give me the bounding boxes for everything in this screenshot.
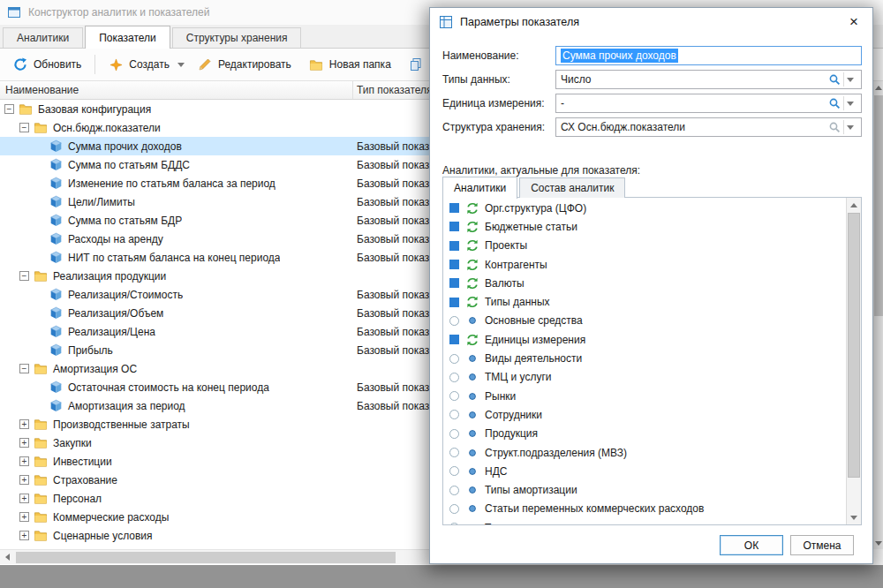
analytics-list-item[interactable]: Типы амортизации [443,480,846,499]
cancel-button[interactable]: Отмена [790,535,854,555]
window-title: Конструктор аналитик и показателей [28,6,209,19]
create-button[interactable]: Создать [101,52,177,77]
edit-button[interactable]: Редактировать [190,52,299,77]
dialog-title: Параметры показателя [460,16,579,28]
name-input-selected-text: Сумма прочих доходов [561,49,678,63]
chevron-down-icon[interactable] [843,96,857,110]
column-header-name[interactable]: Наименование [0,81,353,99]
vertical-scrollbar[interactable] [872,81,883,549]
analytics-list-item[interactable]: Бюджетные статьи [443,217,846,236]
tree-expander-icon[interactable]: + [19,419,29,429]
analytics-list-item[interactable]: Контрагенты [443,255,846,274]
dialog-tabstrip: АналитикиСостав аналитик [442,176,627,198]
tree-expander-icon[interactable]: + [19,531,29,540]
refresh-button[interactable]: Обновить [5,52,89,77]
chevron-down-icon[interactable] [843,72,857,87]
unit-lookup[interactable]: - [555,94,862,113]
unchecked-checkbox[interactable] [449,466,459,476]
create-dropdown-arrow[interactable] [174,52,188,77]
tree-expander-icon[interactable]: + [19,456,29,466]
dialog-tab-2[interactable]: Состав аналитик [519,177,625,198]
storage-lookup[interactable]: СХ Осн.бюдж.показатели [555,117,862,137]
analytics-list-item[interactable]: Виды деятельности [443,349,846,367]
unchecked-checkbox[interactable] [449,429,459,439]
data-types-value: Число [561,73,592,86]
tree-expander-icon[interactable]: + [19,438,29,448]
analytics-list-item[interactable]: Единицы измерения [443,330,846,349]
horizontal-scrollbar-thumb[interactable] [16,552,396,563]
analytics-list-item[interactable]: Валюты [443,274,846,292]
analytics-list-item[interactable]: Структ.подразделения (МВЗ) [443,443,846,462]
tree-item-label: Изменение по статьям баланса за период [68,177,275,190]
name-input[interactable]: Сумма прочих доходов [555,46,862,65]
unchecked-checkbox[interactable] [449,354,459,364]
tree-expander-icon[interactable]: − [19,271,29,281]
tree-item-label: Сумма прочих доходов [68,140,182,153]
analytics-list-item[interactable]: Типы данных [443,292,846,311]
analytics-list-item[interactable]: Продукция [443,425,846,443]
unchecked-checkbox[interactable] [449,486,459,495]
tree-expander-icon[interactable]: + [19,494,29,503]
tree-name-cell: Сумма прочих доходов [0,139,182,154]
analytics-list-item[interactable]: ТМЦ и услуги [443,368,846,387]
list-scroll-up-button[interactable] [847,198,861,212]
analytics-list-item[interactable]: Проекты [443,237,846,255]
checked-checkbox[interactable] [449,241,459,251]
unchecked-checkbox[interactable] [449,448,459,457]
unchecked-checkbox[interactable] [449,523,459,524]
search-icon[interactable] [828,97,841,109]
ok-button[interactable]: ОК [720,535,783,555]
analytics-list-item[interactable]: Сотрудники [443,405,846,424]
main-tab-1[interactable]: Аналитики [3,27,83,48]
tree-expander-icon[interactable]: − [19,364,29,373]
column-header-type[interactable]: Тип показателя [353,84,433,96]
analytics-item-label: ТМЦ и услуги [485,371,552,383]
analytics-list-item[interactable]: Статьи переменных коммерческих расходов [443,500,846,518]
scroll-down-button[interactable] [873,537,883,549]
dialog-tab-1[interactable]: Аналитики [442,177,517,199]
unchecked-checkbox[interactable] [449,504,459,514]
analytics-list-item[interactable]: НДС [443,462,846,480]
tree-item-label: Производственные затраты [53,418,190,431]
chevron-down-icon[interactable] [843,120,857,134]
checked-checkbox[interactable] [449,222,459,231]
unchecked-checkbox[interactable] [449,391,459,401]
scroll-up-button[interactable] [873,81,883,94]
vertical-scrollbar-thumb[interactable] [874,95,883,316]
analytics-list-item[interactable]: Основные средства [443,312,846,330]
list-scrollbar[interactable] [846,198,861,524]
unchecked-checkbox[interactable] [449,410,459,419]
tree-expander-icon[interactable]: + [19,512,29,522]
checked-checkbox[interactable] [449,278,459,288]
arrow-down-icon [875,541,882,546]
data-types-lookup[interactable]: Число [555,70,862,89]
list-scrollbar-thumb[interactable] [848,213,860,478]
tree-expander-icon[interactable]: − [19,123,29,132]
dimension-icon [465,258,479,271]
unchecked-checkbox[interactable] [449,373,459,382]
list-scroll-down-button[interactable] [847,510,861,524]
unit-field-label: Единица измерения: [442,97,555,109]
tree-expander-icon[interactable]: + [19,475,29,485]
unchecked-checkbox[interactable] [449,316,459,326]
close-icon[interactable]: × [844,12,864,32]
dimension-dot-icon [465,446,479,459]
scroll-left-button[interactable] [0,550,14,564]
search-icon[interactable] [828,73,841,86]
checked-checkbox[interactable] [449,260,459,269]
analytics-list-item[interactable]: Орг.структура (ЦФО) [443,199,846,217]
new-folder-button[interactable]: Новая папка [301,52,399,77]
checked-checkbox[interactable] [449,335,459,344]
tree-item-label: НИТ по статьям баланса на конец периода [68,252,280,264]
checked-checkbox[interactable] [449,203,459,213]
analytics-list-item[interactable]: Тип остатков [443,518,846,524]
tree-item-label: Расходы на аренду [68,233,163,245]
analytics-list-item[interactable]: Рынки [443,387,846,405]
main-tab-3[interactable]: Структуры хранения [172,27,302,48]
tree-expander-icon[interactable]: − [4,104,14,114]
tree-item-label: Реализация продукции [53,270,166,283]
main-tab-2[interactable]: Показатели [85,26,170,49]
tree-name-cell: Изменение по статьям баланса за период [0,177,275,191]
checked-checkbox[interactable] [449,298,459,307]
tree-item-label: Сценарные условия [53,530,153,542]
